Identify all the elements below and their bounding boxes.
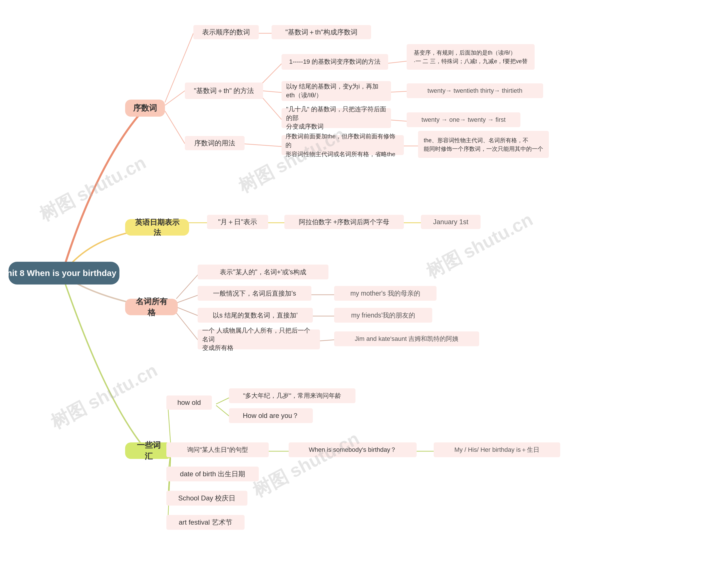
svg-line-7 — [262, 97, 282, 119]
watermark-1: 树图 shutu.cn — [35, 150, 150, 227]
watermark-4: 树图 shutu.cn — [47, 358, 162, 435]
node-n21: 一个 人或物属几个人所有，只把后一个名词 变成所有格 — [198, 329, 320, 349]
node-n11: 序数词前面要加the，但序数词前面有修饰的 形容词性物主代词或名词所有格，省略t… — [282, 135, 404, 155]
node-n15: January 1st — [421, 215, 480, 229]
node-n12: the、形容词性物主代词、名词所有格，不 能同时修饰一个序数词，一次只能用其中的… — [418, 131, 549, 158]
node-n28: My / His/ Her birthday is＋生日 — [434, 442, 560, 457]
node-n10: 序数词的用法 — [185, 136, 245, 150]
svg-line-23 — [216, 397, 230, 404]
node-n23: how old — [166, 395, 212, 410]
svg-line-2 — [165, 91, 185, 105]
root-node: Unit 8 When is your birthday ？ — [9, 262, 119, 284]
svg-line-24 — [216, 406, 230, 417]
node-n30: School Day 校庆日 — [166, 491, 248, 505]
mindmap: Unit 8 When is your birthday ？ 序数词 英语日期表… — [0, 0, 728, 571]
node-n3: "基数词＋th" 的方法 — [185, 83, 263, 99]
branch-cihui: 一些词汇 — [125, 442, 172, 459]
node-n26: 询问"某人生日"的句型 — [166, 442, 269, 457]
branch-mingjie: 名词所有格 — [125, 299, 178, 315]
node-n31: art festival 艺术节 — [166, 515, 245, 530]
branch-riqi: 英语日期表示法 — [125, 219, 189, 236]
node-n22: Jim and kate'saunt 吉姆和凯特的阿姨 — [334, 331, 479, 346]
node-n4: 1-----19 的基数词变序数词的方法 — [282, 54, 388, 70]
watermark-5: 树图 shutu.cn — [249, 426, 364, 503]
node-n19: 以s 结尾的复数名词，直接加' — [198, 308, 313, 323]
svg-line-20 — [176, 313, 199, 341]
node-n2: "基数词＋th"构成序数词 — [272, 25, 371, 39]
node-n9: twenty → one→ twenty → first — [407, 112, 521, 127]
svg-line-5 — [262, 91, 282, 93]
node-n17: 一般情况下，名词后直接加's — [198, 286, 311, 301]
node-n20: my friends'我的朋友的 — [334, 308, 432, 323]
node-n5: 基变序，有规则，后面加的是th（读/θ/） ·一 二 三，特殊词；八减t，九减e… — [407, 44, 535, 70]
node-n8: "几十几" 的基数词，只把连字符后面的部 分变成序数词 — [282, 108, 391, 128]
svg-line-15 — [176, 273, 199, 299]
svg-line-3 — [262, 64, 282, 84]
node-n14: 阿拉伯数字 +序数词后两个字母 — [284, 215, 404, 229]
svg-line-16 — [176, 295, 199, 303]
node-n16: 表示"某人的"，名词+'或's构成 — [198, 264, 328, 279]
node-n13: "月＋日"表示 — [207, 215, 268, 229]
branch-shuxuci: 序数词 — [125, 100, 165, 117]
node-n1: 表示顺序的数词 — [193, 25, 259, 39]
svg-line-10 — [242, 144, 282, 146]
node-n29: date of birth 出生日期 — [166, 467, 259, 481]
node-n24: "多大年纪，几岁"，常用来询问年龄 — [229, 388, 355, 403]
node-n25: How old are you？ — [229, 408, 313, 423]
node-n7: twenty→ twentieth thirty→ thirtieth — [407, 83, 543, 98]
svg-line-18 — [176, 307, 199, 316]
svg-line-22 — [168, 404, 171, 444]
node-n6: 以ty 结尾的基数词，变y为i，再加eth（读/Iθ/） — [282, 81, 391, 101]
svg-line-9 — [165, 111, 185, 144]
node-n18: my mother's 我的母亲的 — [334, 286, 437, 301]
node-n27: When is somebody's birthday？ — [289, 442, 417, 457]
